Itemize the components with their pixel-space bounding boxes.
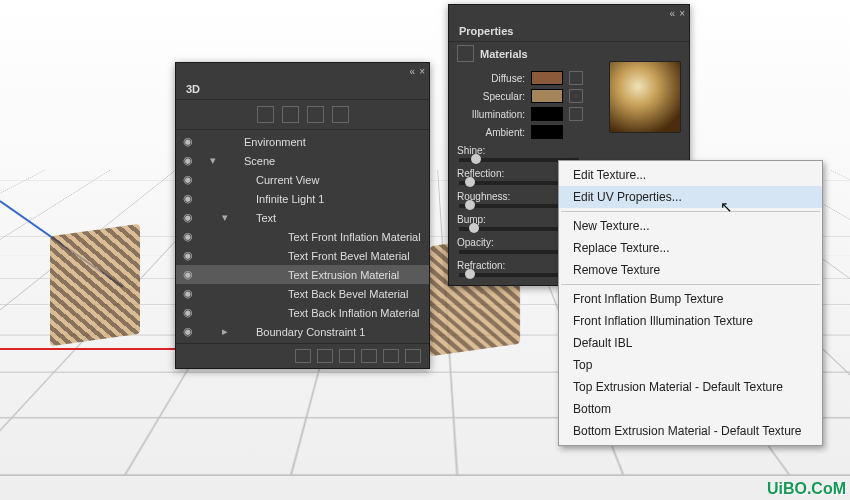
panel-props-bar: « × [449,5,689,21]
specular-swatch[interactable] [531,89,563,103]
tree-label: Current View [256,174,319,186]
visibility-eye-icon[interactable]: ◉ [182,135,194,148]
tree-row-boundary-constraint-1[interactable]: ◉▸Boundary Constraint 1 [176,322,429,341]
tree-row-text-front-inflation-material[interactable]: ◉Text Front Inflation Material [176,227,429,246]
mat-icon [269,307,283,319]
mesh-icon [237,212,251,224]
menu-item-bottom[interactable]: Bottom [559,398,822,420]
materials-icon [457,45,474,62]
visibility-eye-icon[interactable]: ◉ [182,268,194,281]
menu-separator [561,284,820,285]
scene-icon [225,155,239,167]
material-preview[interactable] [609,61,681,133]
ambient-swatch[interactable] [531,125,563,139]
visibility-eye-icon[interactable]: ◉ [182,173,194,186]
filter-scene-icon[interactable] [257,106,274,123]
filter-mesh-icon[interactable] [282,106,299,123]
tree-row-infinite-light-1[interactable]: ◉Infinite Light 1 [176,189,429,208]
visibility-eye-icon[interactable]: ◉ [182,306,194,319]
tree-row-environment[interactable]: ◉Environment [176,132,429,151]
tree-label: Text Back Inflation Material [288,307,419,319]
watermark: UiBO.CoM [767,480,846,498]
tree-label: Text Back Bevel Material [288,288,408,300]
caret-icon[interactable]: ▾ [210,154,220,167]
menu-item-front-inflation-illumination-texture[interactable]: Front Inflation Illumination Texture [559,310,822,332]
axis-x [0,348,180,350]
shine-label: Shine: [457,145,681,156]
close-icon[interactable]: × [679,8,685,19]
illumination-texture-btn[interactable] [569,107,583,121]
mat-icon [269,269,283,281]
menu-item-default-ibl[interactable]: Default IBL [559,332,822,354]
visibility-eye-icon[interactable]: ◉ [182,211,194,224]
menu-separator [561,211,820,212]
ground-plane-btn[interactable] [295,349,311,363]
visibility-eye-icon[interactable]: ◉ [182,287,194,300]
new-layer-btn[interactable] [383,349,399,363]
menu-item-replace-texture[interactable]: Replace Texture... [559,237,822,259]
tree-row-text-extrusion-material[interactable]: ◉Text Extrusion Material [176,265,429,284]
tree-label: Text Extrusion Material [288,269,399,281]
diffuse-swatch[interactable] [531,71,563,85]
menu-item-edit-texture[interactable]: Edit Texture... [559,164,822,186]
render-btn[interactable] [361,349,377,363]
tree-label: Infinite Light 1 [256,193,325,205]
scene-tree: ◉Environment◉▾Scene◉Current View◉Infinit… [176,130,429,343]
tree-row-text-front-bevel-material[interactable]: ◉Text Front Bevel Material [176,246,429,265]
delete-btn[interactable] [405,349,421,363]
ambient-label: Ambient: [457,127,525,138]
menu-item-new-texture[interactable]: New Texture... [559,215,822,237]
constraint-icon [237,326,251,338]
panel-3d-footer [176,343,429,368]
mat-icon [269,250,283,262]
mat-icon [269,231,283,243]
light-icon [237,193,251,205]
caret-icon[interactable]: ▸ [222,325,232,338]
tree-label: Boundary Constraint 1 [256,326,365,338]
texture-context-menu: Edit Texture...Edit UV Properties...New … [558,160,823,446]
mat-icon [269,288,283,300]
visibility-eye-icon[interactable]: ◉ [182,249,194,262]
collapse-icon[interactable]: « [410,66,416,77]
menu-item-front-inflation-bump-texture[interactable]: Front Inflation Bump Texture [559,288,822,310]
illumination-swatch[interactable] [531,107,563,121]
filter-material-icon[interactable] [307,106,324,123]
panel-3d: « × 3D ◉Environment◉▾Scene◉Current View◉… [175,62,430,369]
new-light-btn[interactable] [317,349,333,363]
panel-3d-bar: « × [176,63,429,79]
illumination-label: Illumination: [457,109,525,120]
new-camera-btn[interactable] [339,349,355,363]
menu-item-bottom-extrusion-material-default-texture[interactable]: Bottom Extrusion Material - Default Text… [559,420,822,442]
tree-label: Text Front Bevel Material [288,250,410,262]
panel-3d-title: 3D [176,79,429,100]
caret-icon[interactable]: ▾ [222,211,232,224]
camera-icon [237,174,251,186]
tree-row-text-back-bevel-material[interactable]: ◉Text Back Bevel Material [176,284,429,303]
tree-row-text-back-inflation-material[interactable]: ◉Text Back Inflation Material [176,303,429,322]
visibility-eye-icon[interactable]: ◉ [182,230,194,243]
tree-row-scene[interactable]: ◉▾Scene [176,151,429,170]
visibility-eye-icon[interactable]: ◉ [182,325,194,338]
menu-item-remove-texture[interactable]: Remove Texture [559,259,822,281]
tree-label: Text [256,212,276,224]
env-icon [225,136,239,148]
collapse-icon[interactable]: « [670,8,676,19]
close-icon[interactable]: × [419,66,425,77]
diffuse-texture-btn[interactable] [569,71,583,85]
diffuse-label: Diffuse: [457,73,525,84]
tree-label: Text Front Inflation Material [288,231,421,243]
panel-props-title: Properties [449,21,689,42]
menu-item-top[interactable]: Top [559,354,822,376]
tree-row-text[interactable]: ◉▾Text [176,208,429,227]
tree-label: Environment [244,136,306,148]
specular-label: Specular: [457,91,525,102]
menu-item-edit-uv-properties[interactable]: Edit UV Properties... [559,186,822,208]
visibility-eye-icon[interactable]: ◉ [182,154,194,167]
specular-texture-btn[interactable] [569,89,583,103]
tree-row-current-view[interactable]: ◉Current View [176,170,429,189]
menu-item-top-extrusion-material-default-texture[interactable]: Top Extrusion Material - Default Texture [559,376,822,398]
visibility-eye-icon[interactable]: ◉ [182,192,194,205]
filter-light-icon[interactable] [332,106,349,123]
tree-label: Scene [244,155,275,167]
text-object-left[interactable] [50,224,140,347]
